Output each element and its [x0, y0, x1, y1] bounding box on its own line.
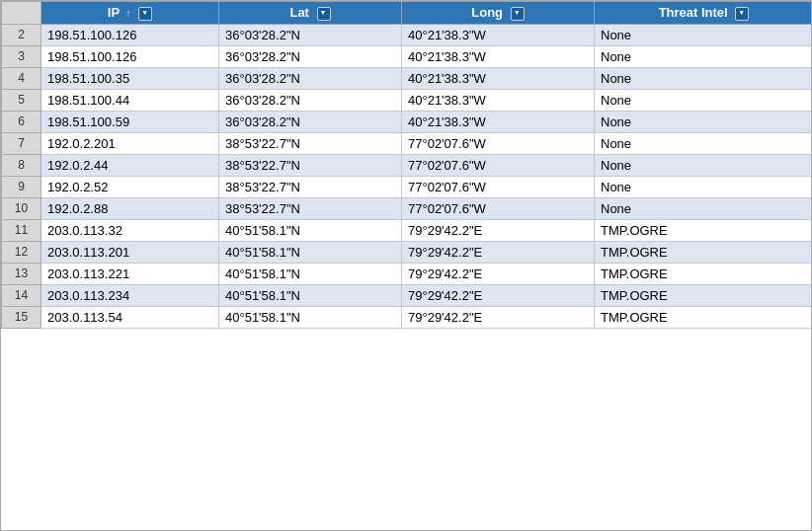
cell-ip[interactable]: 203.0.113.221 — [41, 263, 219, 284]
cell-lat[interactable]: 36°03'28.2"N — [219, 24, 402, 45]
cell-threat[interactable]: TMP.OGRE — [595, 219, 812, 241]
cell-ip[interactable]: 198.51.100.59 — [41, 111, 219, 132]
cell-long[interactable]: 40°21'38.3"W — [402, 45, 595, 67]
cell-threat[interactable]: None — [595, 197, 812, 219]
table-row[interactable]: 6198.51.100.5936°03'28.2"N40°21'38.3"WNo… — [2, 111, 812, 132]
filter-btn-long[interactable] — [511, 7, 525, 21]
cell-lat[interactable]: 36°03'28.2"N — [219, 67, 402, 89]
header-col-lat[interactable]: Lat — [219, 2, 402, 25]
cell-long[interactable]: 79°29'42.2"E — [402, 306, 595, 328]
cell-ip[interactable]: 198.51.100.44 — [41, 89, 219, 111]
header-long-label: Long — [471, 5, 503, 20]
cell-ip[interactable]: 198.51.100.126 — [41, 24, 219, 45]
cell-threat[interactable]: TMP.OGRE — [595, 306, 812, 328]
cell-threat[interactable]: TMP.OGRE — [595, 284, 812, 306]
cell-threat[interactable]: None — [595, 111, 812, 132]
table-row[interactable]: 15203.0.113.5440°51'58.1"N79°29'42.2"ETM… — [2, 306, 812, 328]
filter-btn-ip[interactable] — [138, 7, 152, 21]
row-number: 12 — [2, 241, 41, 263]
header-col-long[interactable]: Long — [402, 2, 595, 25]
row-number: 4 — [2, 67, 41, 89]
cell-threat[interactable]: None — [595, 176, 812, 197]
cell-lat[interactable]: 40°51'58.1"N — [219, 263, 402, 284]
cell-long[interactable]: 40°21'38.3"W — [402, 111, 595, 132]
header-lat-label: Lat — [289, 5, 309, 20]
table-row[interactable]: 14203.0.113.23440°51'58.1"N79°29'42.2"ET… — [2, 284, 812, 306]
cell-long[interactable]: 79°29'42.2"E — [402, 241, 595, 263]
cell-threat[interactable]: None — [595, 45, 812, 67]
table-row[interactable]: 8192.0.2.4438°53'22.7"N77°02'07.6"WNone — [2, 154, 812, 176]
cell-long[interactable]: 40°21'38.3"W — [402, 24, 595, 45]
table-row[interactable]: 5198.51.100.4436°03'28.2"N40°21'38.3"WNo… — [2, 89, 812, 111]
header-col-ip[interactable]: IP ↑ — [41, 2, 219, 25]
cell-ip[interactable]: 192.0.2.88 — [41, 197, 219, 219]
cell-lat[interactable]: 40°51'58.1"N — [219, 284, 402, 306]
cell-lat[interactable]: 40°51'58.1"N — [219, 306, 402, 328]
table-row[interactable]: 4198.51.100.3536°03'28.2"N40°21'38.3"WNo… — [2, 67, 812, 89]
table-row[interactable]: 3198.51.100.12636°03'28.2"N40°21'38.3"WN… — [2, 45, 812, 67]
table-row[interactable]: 11203.0.113.3240°51'58.1"N79°29'42.2"ETM… — [2, 219, 812, 241]
cell-ip[interactable]: 192.0.2.201 — [41, 132, 219, 154]
table-row[interactable]: 13203.0.113.22140°51'58.1"N79°29'42.2"ET… — [2, 263, 812, 284]
cell-long[interactable]: 40°21'38.3"W — [402, 89, 595, 111]
cell-threat[interactable]: None — [595, 89, 812, 111]
table-row[interactable]: 10192.0.2.8838°53'22.7"N77°02'07.6"WNone — [2, 197, 812, 219]
table-row[interactable]: 2198.51.100.12636°03'28.2"N40°21'38.3"WN… — [2, 24, 812, 45]
cell-ip[interactable]: 203.0.113.32 — [41, 219, 219, 241]
sort-icon-ip[interactable]: ↑ — [126, 8, 131, 19]
cell-lat[interactable]: 40°51'58.1"N — [219, 241, 402, 263]
cell-lat[interactable]: 36°03'28.2"N — [219, 89, 402, 111]
cell-ip[interactable]: 198.51.100.126 — [41, 45, 219, 67]
row-number: 13 — [2, 263, 41, 284]
header-col-threat[interactable]: Threat Intel — [595, 2, 812, 25]
row-number: 9 — [2, 176, 41, 197]
cell-ip[interactable]: 198.51.100.35 — [41, 67, 219, 89]
header-ip-label: IP — [108, 5, 120, 20]
cell-lat[interactable]: 38°53'22.7"N — [219, 176, 402, 197]
row-number: 2 — [2, 24, 41, 45]
cell-long[interactable]: 79°29'42.2"E — [402, 284, 595, 306]
cell-threat[interactable]: TMP.OGRE — [595, 263, 812, 284]
cell-long[interactable]: 77°02'07.6"W — [402, 197, 595, 219]
cell-ip[interactable]: 192.0.2.44 — [41, 154, 219, 176]
cell-long[interactable]: 77°02'07.6"W — [402, 154, 595, 176]
header-row: IP ↑ Lat Long Threat Intel — [2, 2, 812, 25]
row-number: 3 — [2, 45, 41, 67]
cell-long[interactable]: 40°21'38.3"W — [402, 67, 595, 89]
data-table: IP ↑ Lat Long Threat Intel — [1, 1, 811, 329]
header-rownum — [2, 2, 41, 25]
cell-lat[interactable]: 38°53'22.7"N — [219, 154, 402, 176]
cell-long[interactable]: 77°02'07.6"W — [402, 132, 595, 154]
cell-lat[interactable]: 38°53'22.7"N — [219, 197, 402, 219]
cell-lat[interactable]: 36°03'28.2"N — [219, 111, 402, 132]
table-row[interactable]: 7192.0.2.20138°53'22.7"N77°02'07.6"WNone — [2, 132, 812, 154]
filter-btn-lat[interactable] — [317, 7, 331, 21]
header-threat-label: Threat Intel — [659, 5, 728, 20]
filter-btn-threat[interactable] — [735, 7, 749, 21]
cell-threat[interactable]: None — [595, 154, 812, 176]
table-row[interactable]: 12203.0.113.20140°51'58.1"N79°29'42.2"ET… — [2, 241, 812, 263]
cell-long[interactable]: 79°29'42.2"E — [402, 219, 595, 241]
cell-threat[interactable]: None — [595, 67, 812, 89]
row-number: 8 — [2, 154, 41, 176]
cell-ip[interactable]: 192.0.2.52 — [41, 176, 219, 197]
row-number: 15 — [2, 306, 41, 328]
cell-threat[interactable]: None — [595, 24, 812, 45]
cell-long[interactable]: 79°29'42.2"E — [402, 263, 595, 284]
cell-lat[interactable]: 40°51'58.1"N — [219, 219, 402, 241]
row-number: 5 — [2, 89, 41, 111]
cell-ip[interactable]: 203.0.113.201 — [41, 241, 219, 263]
spreadsheet: IP ↑ Lat Long Threat Intel — [0, 0, 812, 531]
cell-ip[interactable]: 203.0.113.54 — [41, 306, 219, 328]
cell-threat[interactable]: None — [595, 132, 812, 154]
row-number: 6 — [2, 111, 41, 132]
row-number: 11 — [2, 219, 41, 241]
cell-ip[interactable]: 203.0.113.234 — [41, 284, 219, 306]
cell-lat[interactable]: 38°53'22.7"N — [219, 132, 402, 154]
row-number: 7 — [2, 132, 41, 154]
cell-long[interactable]: 77°02'07.6"W — [402, 176, 595, 197]
row-number: 10 — [2, 197, 41, 219]
cell-threat[interactable]: TMP.OGRE — [595, 241, 812, 263]
cell-lat[interactable]: 36°03'28.2"N — [219, 45, 402, 67]
table-row[interactable]: 9192.0.2.5238°53'22.7"N77°02'07.6"WNone — [2, 176, 812, 197]
